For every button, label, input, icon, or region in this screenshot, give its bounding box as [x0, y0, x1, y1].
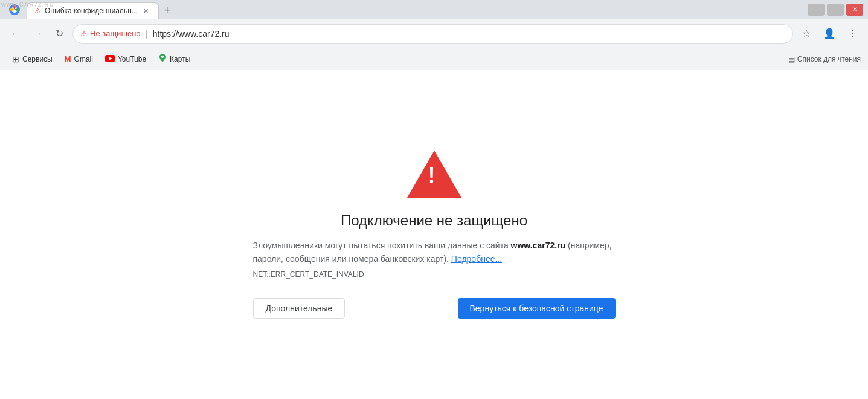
profile-button[interactable]: 👤 [821, 25, 838, 42]
back-safe-button[interactable]: Вернуться к безопасной странице [458, 298, 616, 319]
reload-button[interactable]: ↻ [51, 25, 68, 42]
forward-button[interactable]: → [29, 25, 46, 42]
main-content: Подключение не защищено Злоумышленники м… [0, 70, 868, 399]
titlebar: ⚠ Ошибка конфиденциальн... ✕ + — □ ✕ [0, 0, 868, 19]
maps-label: Карты [170, 55, 190, 63]
back-button[interactable]: ← [7, 25, 24, 42]
tab-close-button[interactable]: ✕ [141, 6, 151, 16]
error-title: Подключение не защищено [341, 212, 527, 229]
warning-icon: ⚠ [80, 29, 88, 38]
bookmark-youtube[interactable]: YouTube [100, 52, 151, 66]
minimize-button[interactable]: — [808, 4, 825, 16]
reading-list-label: Список для чтения [797, 55, 861, 63]
error-buttons: Дополнительные Вернуться к безопасной ст… [253, 298, 616, 319]
learn-more-link[interactable]: Подробнее... [451, 254, 502, 264]
addressbar-right: ☆ 👤 ⋮ [798, 25, 861, 42]
error-domain: www.car72.ru [511, 241, 566, 250]
youtube-label: YouTube [118, 55, 146, 63]
url-bar[interactable]: ⚠ Не защищено | https://www.car72.ru [72, 24, 793, 44]
gmail-icon: M [65, 54, 71, 63]
addressbar: ← → ↻ ⚠ Не защищено | https://www.car72.… [0, 19, 868, 48]
security-warning: ⚠ Не защищено [80, 29, 141, 38]
security-label: Не защищено [90, 29, 141, 38]
error-description: Злоумышленники могут пытаться похитить в… [253, 239, 616, 266]
maximize-button[interactable]: □ [827, 4, 844, 16]
window-controls: — □ ✕ [808, 4, 863, 16]
error-desc-part1: Злоумышленники могут пытаться похитить в… [253, 241, 511, 250]
tab-bar: ⚠ Ошибка конфиденциальн... ✕ + [27, 0, 808, 19]
bookmark-maps[interactable]: Карты [153, 51, 195, 66]
services-label: Сервисы [22, 55, 53, 63]
tab-warning-icon: ⚠ [34, 7, 41, 15]
services-icon: ⊞ [12, 54, 19, 64]
close-button[interactable]: ✕ [846, 4, 863, 16]
bookmark-star-button[interactable]: ☆ [798, 25, 815, 42]
tab-title: Ошибка конфиденциальн... [45, 7, 138, 15]
watermark: www.CAR72.RU [1, 1, 54, 8]
maps-icon [158, 54, 167, 64]
url-separator: | [146, 28, 148, 39]
bookmarks-bar: ⊞ Сервисы M Gmail YouTube Карты ▤ Список… [0, 48, 868, 70]
error-icon [407, 151, 461, 198]
new-tab-button[interactable]: + [159, 2, 176, 19]
reading-list-icon: ▤ [788, 55, 795, 63]
error-code: NET::ERR_CERT_DATE_INVALID [253, 270, 364, 279]
gmail-label: Gmail [74, 55, 93, 63]
youtube-icon [105, 54, 115, 64]
reading-list-button[interactable]: ▤ Список для чтения [788, 55, 861, 63]
svg-point-4 [161, 56, 164, 58]
url-text: https://www.car72.ru [153, 29, 230, 39]
menu-button[interactable]: ⋮ [844, 25, 861, 42]
bookmark-services[interactable]: ⊞ Сервисы [7, 52, 57, 66]
advanced-button[interactable]: Дополнительные [253, 298, 346, 319]
bookmark-gmail[interactable]: M Gmail [60, 52, 98, 66]
